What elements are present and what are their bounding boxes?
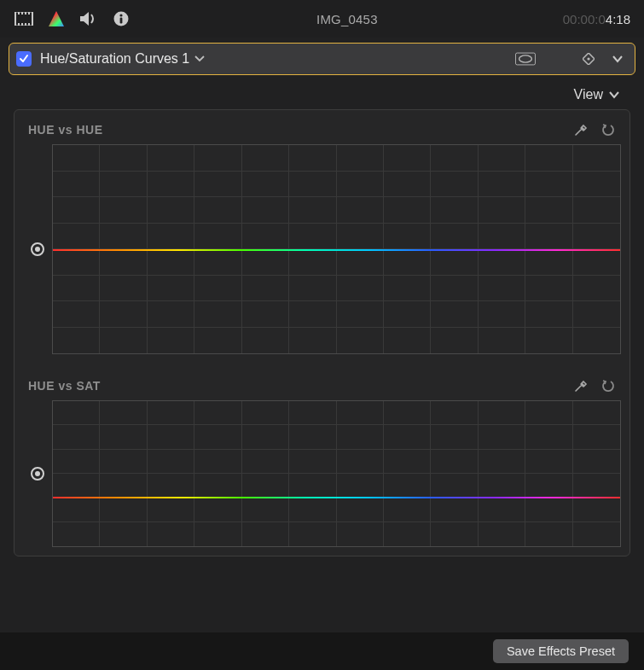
- svg-rect-7: [26, 13, 28, 15]
- inspector-toolbar: IMG_0453 00:00:04:18: [0, 0, 644, 38]
- svg-rect-13: [30, 23, 32, 26]
- svg-point-20: [519, 55, 532, 62]
- effect-name-dropdown[interactable]: Hue/Saturation Curves 1: [40, 51, 205, 67]
- panel-title: HUE vs SAT: [28, 379, 101, 393]
- svg-rect-6: [23, 13, 25, 15]
- save-effects-preset-button[interactable]: Save Effects Preset: [493, 639, 629, 663]
- view-menu[interactable]: View: [0, 75, 644, 109]
- view-menu-label: View: [574, 87, 603, 102]
- reset-icon[interactable]: [600, 378, 616, 393]
- inspector-tab-icons: [14, 10, 131, 27]
- effect-header: Hue/Saturation Curves 1: [9, 43, 635, 75]
- mask-icon[interactable]: [515, 50, 536, 67]
- curve-knob-col: [23, 467, 52, 481]
- svg-rect-12: [26, 23, 28, 26]
- color-icon[interactable]: [46, 10, 67, 27]
- svg-rect-4: [16, 13, 18, 15]
- keyframe-icon[interactable]: [578, 50, 599, 67]
- panel-header: HUE vs SAT: [23, 378, 621, 400]
- chevron-down-icon: [608, 90, 620, 99]
- svg-marker-15: [80, 12, 89, 26]
- video-icon[interactable]: [14, 10, 34, 27]
- svg-point-22: [587, 57, 589, 60]
- curve-knob[interactable]: [31, 242, 44, 256]
- panel-header: HUE vs HUE: [23, 122, 621, 144]
- svg-rect-5: [20, 13, 21, 15]
- curve-knob-col: [23, 242, 52, 256]
- curve-knob[interactable]: [31, 467, 44, 481]
- footer-bar: Save Effects Preset: [0, 632, 644, 670]
- curve-area: [23, 144, 621, 354]
- info-icon[interactable]: [111, 10, 131, 27]
- audio-icon[interactable]: [78, 10, 99, 27]
- eyedropper-icon[interactable]: [573, 378, 589, 393]
- clip-name: IMG_0453: [131, 12, 563, 26]
- timecode: 00:00:04:18: [563, 12, 630, 26]
- curve-grid[interactable]: [52, 144, 621, 354]
- svg-rect-11: [23, 23, 25, 26]
- svg-rect-18: [120, 18, 123, 24]
- chevron-down-icon: [194, 55, 205, 62]
- svg-rect-1: [16, 14, 32, 24]
- effect-menu-chevron[interactable]: [607, 50, 628, 67]
- timecode-prefix: 00:00:0: [563, 12, 606, 26]
- timecode-value: 4:18: [606, 12, 630, 26]
- effect-name-label: Hue/Saturation Curves 1: [40, 51, 189, 67]
- panel-hue-vs-hue: HUE vs HUE: [23, 122, 621, 354]
- panel-title: HUE vs HUE: [28, 123, 102, 137]
- curve-area: [23, 400, 621, 547]
- curve-panels: HUE vs HUE HUE vs SAT: [14, 109, 630, 556]
- hue-spectrum-line: [53, 497, 620, 498]
- panel-hue-vs-sat: HUE vs SAT: [23, 378, 621, 547]
- svg-point-17: [119, 14, 122, 16]
- svg-rect-10: [20, 23, 21, 26]
- svg-marker-14: [49, 11, 64, 26]
- reset-icon[interactable]: [600, 122, 616, 137]
- effect-header-wrap: Hue/Saturation Curves 1: [0, 38, 644, 75]
- effect-enable-checkbox[interactable]: [16, 51, 32, 67]
- eyedropper-icon[interactable]: [573, 122, 589, 137]
- svg-rect-9: [16, 23, 18, 26]
- curve-grid[interactable]: [52, 400, 621, 547]
- svg-rect-8: [30, 13, 32, 15]
- hue-spectrum-line: [53, 249, 620, 251]
